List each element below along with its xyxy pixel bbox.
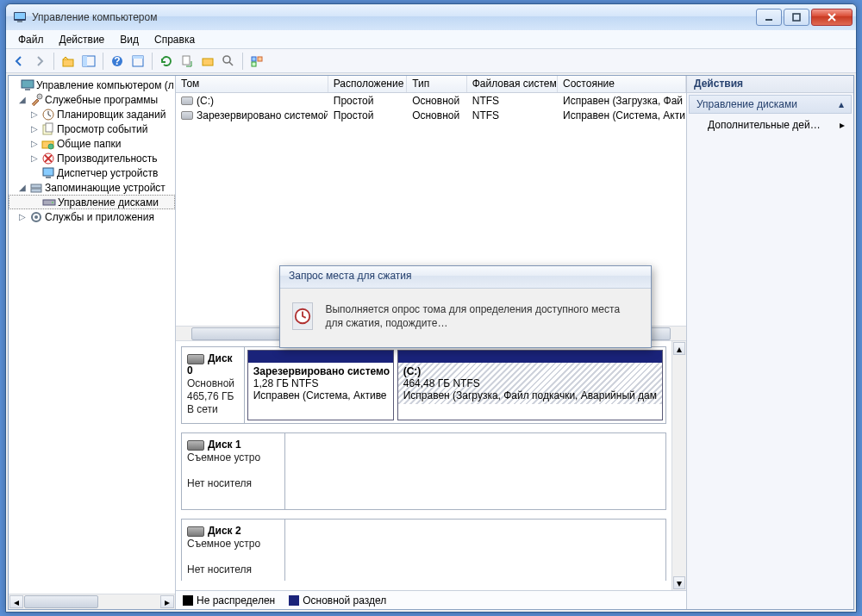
- dialog-title[interactable]: Запрос места для сжатия: [280, 266, 651, 289]
- disk-info[interactable]: Диск 1 Съемное устро Нет носителя: [182, 433, 285, 509]
- tree-view[interactable]: Управление компьютером (л ◢ Служебные пр…: [9, 76, 175, 594]
- refresh-button[interactable]: [157, 52, 176, 71]
- svg-rect-5: [63, 59, 73, 66]
- svg-rect-27: [43, 168, 53, 176]
- actions-section[interactable]: Управление дисками ▴: [689, 95, 852, 114]
- drive-icon: [181, 96, 193, 105]
- tree-disk-management[interactable]: Управление дисками: [9, 195, 175, 209]
- app-icon: [13, 10, 27, 24]
- svg-point-32: [52, 202, 53, 203]
- svg-rect-1: [15, 13, 25, 19]
- tree-pane: Управление компьютером (л ◢ Служебные пр…: [9, 76, 176, 609]
- partition-box[interactable]: Зарезервировано системо 1,28 ГБ NTFS Исп…: [247, 350, 394, 420]
- folder-share-icon: [41, 137, 55, 151]
- svg-text:?: ?: [114, 55, 120, 67]
- col-type[interactable]: Тип: [407, 76, 467, 92]
- tree-performance[interactable]: ▷ Производительность: [9, 151, 175, 165]
- svg-rect-2: [17, 21, 22, 22]
- hdd-icon: [187, 354, 204, 364]
- actions-more[interactable]: Дополнительные дей… ▸: [687, 115, 853, 134]
- forward-button[interactable]: [30, 52, 49, 71]
- disk-card: Диск 0 Основной 465,76 ГБ В сети Зарезер…: [181, 346, 666, 424]
- window-title: Управление компьютером: [32, 11, 756, 23]
- services-icon: [29, 210, 43, 224]
- legend-swatch-primary: [289, 595, 299, 606]
- svg-rect-16: [258, 57, 262, 61]
- col-layout[interactable]: Расположение: [328, 76, 407, 92]
- maximize-button[interactable]: [784, 9, 809, 26]
- back-button[interactable]: [9, 52, 28, 71]
- export-list-button[interactable]: [178, 52, 197, 71]
- svg-rect-12: [183, 56, 190, 65]
- dialog-text: Выполняется опрос тома для определения д…: [325, 302, 639, 330]
- partition-box[interactable]: (C:) 464,48 ГБ NTFS Исправен (Загрузка, …: [397, 350, 663, 420]
- svg-rect-17: [252, 62, 256, 66]
- legend-swatch-unallocated: [183, 595, 193, 606]
- collapse-icon: ▴: [839, 98, 844, 110]
- tree-root[interactable]: Управление компьютером (л: [9, 78, 175, 92]
- svg-point-25: [48, 144, 53, 149]
- chevron-right-icon: ▸: [840, 119, 845, 131]
- tree-storage[interactable]: ◢ Запоминающие устройст: [9, 180, 175, 195]
- svg-rect-23: [46, 123, 53, 132]
- disk-layout-area[interactable]: Диск 0 Основной 465,76 ГБ В сети Зарезер…: [176, 341, 671, 590]
- tools-icon: [29, 93, 43, 107]
- tree-system-tools[interactable]: ◢ Служебные программы: [9, 92, 175, 107]
- settings-button[interactable]: [198, 52, 217, 71]
- col-fs[interactable]: Файловая система: [467, 76, 558, 92]
- title-bar[interactable]: Управление компьютером: [6, 4, 856, 30]
- tree-task-scheduler[interactable]: ▷ Планировщик заданий: [9, 107, 175, 121]
- menu-help[interactable]: Справка: [147, 32, 202, 47]
- show-hide-tree-button[interactable]: [79, 52, 98, 71]
- tree-event-viewer[interactable]: ▷ Просмотр событий: [9, 121, 175, 136]
- col-status[interactable]: Состояние: [558, 76, 686, 92]
- svg-point-20: [37, 94, 42, 99]
- drive-icon: [181, 111, 193, 120]
- menu-file[interactable]: Файл: [11, 32, 51, 47]
- svg-rect-19: [25, 89, 30, 90]
- tree-shared-folders[interactable]: ▷ Общие папки: [9, 136, 175, 151]
- menu-action[interactable]: Действие: [53, 32, 112, 47]
- up-button[interactable]: [59, 52, 78, 71]
- volume-row[interactable]: Зарезервировано системой Простой Основно…: [176, 108, 686, 122]
- clock-wait-icon: [292, 302, 313, 330]
- disk-info[interactable]: Диск 2 Съемное устро Нет носителя: [182, 520, 285, 581]
- tree-services-apps[interactable]: ▷ Службы и приложения: [9, 209, 175, 224]
- col-volume[interactable]: Том: [176, 76, 328, 92]
- extra-button[interactable]: [247, 52, 266, 71]
- svg-rect-28: [46, 177, 51, 178]
- volume-header: Том Расположение Тип Файловая система Со…: [176, 76, 686, 93]
- shrink-query-dialog: Запрос места для сжатия Выполняется опро…: [279, 265, 652, 348]
- tool-bar: ?: [6, 49, 856, 73]
- disk-vscroll[interactable]: ▴▾: [671, 341, 686, 590]
- svg-rect-4: [793, 14, 800, 21]
- actions-header: Действия: [687, 76, 853, 93]
- storage-icon: [29, 181, 43, 195]
- removable-icon: [187, 526, 204, 537]
- help-button[interactable]: ?: [108, 52, 127, 71]
- disk-card: Диск 2 Съемное устро Нет носителя: [181, 519, 666, 581]
- computer-icon: [21, 78, 34, 92]
- svg-rect-3: [765, 19, 772, 21]
- menu-bar: Файл Действие Вид Справка: [6, 30, 856, 49]
- clock-icon: [41, 108, 55, 121]
- properties-button[interactable]: [128, 52, 147, 71]
- event-icon: [41, 122, 55, 136]
- disk-mgmt-icon: [42, 196, 56, 209]
- tree-device-manager[interactable]: Диспетчер устройств: [9, 165, 175, 180]
- perf-icon: [41, 152, 55, 165]
- svg-rect-30: [31, 189, 41, 192]
- volume-row[interactable]: (C:) Простой Основной NTFS Исправен (Заг…: [176, 93, 686, 108]
- actions-pane: Действия Управление дисками ▴ Дополнител…: [686, 76, 853, 609]
- close-button[interactable]: [811, 9, 853, 26]
- svg-rect-13: [203, 59, 213, 65]
- legend: Не распределен Основной раздел: [176, 590, 686, 609]
- svg-point-14: [223, 56, 230, 63]
- minimize-button[interactable]: [756, 9, 782, 26]
- removable-icon: [187, 440, 204, 451]
- svg-point-34: [34, 215, 38, 219]
- find-button[interactable]: [219, 52, 238, 71]
- disk-info[interactable]: Диск 0 Основной 465,76 ГБ В сети: [182, 347, 245, 423]
- menu-view[interactable]: Вид: [113, 32, 146, 47]
- tree-hscroll[interactable]: ◂▸: [9, 594, 175, 609]
